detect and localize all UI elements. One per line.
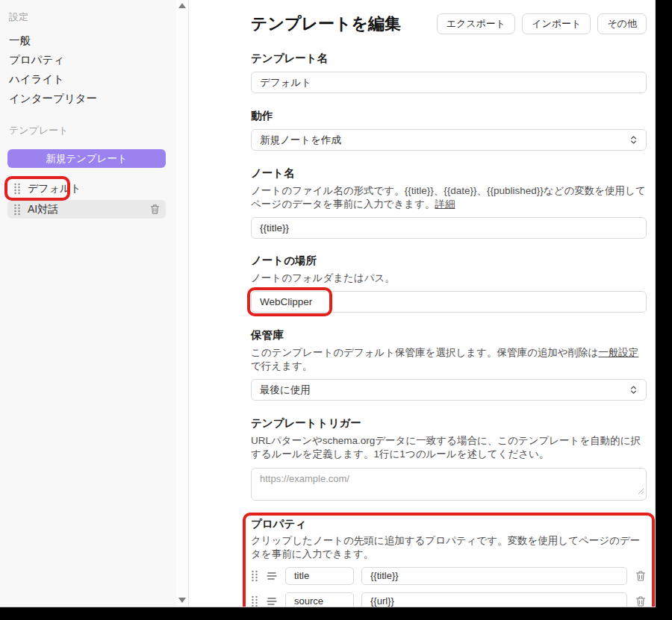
behavior-select[interactable]: 新規ノートを作成 bbox=[251, 129, 647, 151]
drag-handle-icon[interactable] bbox=[13, 204, 21, 216]
property-row-title bbox=[251, 567, 647, 585]
field-template-trigger: テンプレートトリガー URLパターンやschema.orgデータに一致する場合に… bbox=[251, 416, 647, 500]
sidebar-item-interpreter[interactable]: インタープリター bbox=[9, 94, 170, 104]
field-properties: プロパティ クリップしたノートの先頭に追加するプロパティです。変数を使用してペー… bbox=[251, 517, 647, 607]
trigger-textarea[interactable] bbox=[251, 468, 647, 501]
sidebar-scrollbar[interactable] bbox=[176, 0, 189, 607]
drag-handle-icon[interactable] bbox=[251, 595, 258, 607]
note-name-input[interactable] bbox=[251, 217, 647, 239]
template-item-default[interactable]: デフォルト bbox=[7, 179, 166, 198]
property-type-text-icon[interactable] bbox=[266, 570, 278, 582]
property-value-input[interactable] bbox=[361, 567, 627, 585]
app-window: 設定 一般 プロパティ ハイライト インタープリター テンプレート 新規テンプレ… bbox=[0, 0, 656, 607]
editor-header: テンプレートを編集 エクスポート インポート その他 bbox=[251, 13, 647, 35]
field-template-name: テンプレート名 bbox=[251, 51, 647, 93]
property-name-input[interactable] bbox=[285, 567, 354, 585]
page-title: テンプレートを編集 bbox=[251, 13, 401, 35]
scroll-up-icon[interactable] bbox=[178, 3, 186, 8]
more-button[interactable]: その他 bbox=[597, 13, 647, 34]
general-settings-link[interactable]: 一般設定 bbox=[598, 347, 638, 358]
property-value-input[interactable] bbox=[361, 592, 627, 607]
property-row-source bbox=[251, 592, 647, 607]
template-item-label: AI対話 bbox=[28, 203, 58, 216]
behavior-selected-value: 新規ノートを作成 bbox=[260, 134, 341, 147]
delete-property-icon[interactable] bbox=[635, 570, 647, 582]
behavior-label: 動作 bbox=[251, 109, 647, 123]
import-button[interactable]: インポート bbox=[522, 13, 591, 34]
field-note-name: ノート名 ノートのファイル名の形式です。{{title}}、{{date}}、{… bbox=[251, 166, 647, 239]
template-name-input[interactable] bbox=[251, 72, 647, 93]
vault-description: このテンプレートのデフォルト保管庫を選択します。保管庫の追加や削除は一般設定で行… bbox=[251, 346, 647, 373]
note-name-description: ノートのファイル名の形式です。{{title}}、{{date}}、{{publ… bbox=[251, 184, 647, 211]
drag-handle-icon[interactable] bbox=[13, 183, 21, 195]
field-behavior: 動作 新規ノートを作成 bbox=[251, 109, 647, 151]
template-item-ai-chat[interactable]: AI対話 bbox=[7, 200, 166, 219]
drag-handle-icon[interactable] bbox=[251, 570, 258, 582]
sidebar-item-highlight[interactable]: ハイライト bbox=[9, 75, 170, 84]
property-name-input[interactable] bbox=[285, 592, 354, 607]
sidebar-section-settings: 設定 bbox=[9, 10, 170, 24]
field-vault: 保管庫 このテンプレートのデフォルト保管庫を選択します。保管庫の追加や削除は一般… bbox=[251, 328, 647, 401]
details-link[interactable]: 詳細 bbox=[435, 198, 455, 210]
settings-sidebar: 設定 一般 プロパティ ハイライト インタープリター テンプレート 新規テンプレ… bbox=[0, 0, 176, 607]
vault-selected-value: 最後に使用 bbox=[260, 383, 311, 397]
new-template-button[interactable]: 新規テンプレート bbox=[7, 149, 166, 168]
template-item-label: デフォルト bbox=[28, 182, 81, 195]
trigger-description: URLパターンやschema.orgデータに一致する場合に、このテンプレートを自… bbox=[251, 434, 647, 461]
export-button[interactable]: エクスポート bbox=[437, 13, 516, 34]
note-location-input[interactable] bbox=[251, 291, 647, 313]
vault-description-before: このテンプレートのデフォルト保管庫を選択します。保管庫の追加や削除は bbox=[251, 347, 598, 358]
sidebar-section-templates: テンプレート bbox=[9, 124, 170, 137]
property-type-text-icon[interactable] bbox=[266, 595, 278, 607]
sidebar-item-general[interactable]: 一般 bbox=[9, 36, 170, 46]
properties-description: クリップしたノートの先頭に追加するプロパティです。変数を使用してページのデータを… bbox=[251, 534, 647, 561]
chevron-updown-icon bbox=[628, 134, 639, 145]
field-note-location: ノートの場所 ノートのフォルダまたはパス。 bbox=[251, 254, 647, 313]
note-location-description: ノートのフォルダまたはパス。 bbox=[251, 272, 647, 285]
note-location-label: ノートの場所 bbox=[251, 254, 647, 268]
vault-select[interactable]: 最後に使用 bbox=[251, 379, 647, 401]
header-buttons: エクスポート インポート その他 bbox=[437, 13, 647, 34]
vault-description-after: で行えます。 bbox=[251, 360, 312, 372]
delete-template-icon[interactable] bbox=[149, 204, 161, 215]
sidebar-item-properties[interactable]: プロパティ bbox=[9, 55, 170, 65]
vault-label: 保管庫 bbox=[251, 328, 647, 342]
scroll-down-icon[interactable] bbox=[178, 598, 186, 603]
template-name-label: テンプレート名 bbox=[251, 51, 647, 66]
note-name-label: ノート名 bbox=[251, 166, 647, 181]
template-editor-panel: テンプレートを編集 エクスポート インポート その他 テンプレート名 動作 新規… bbox=[189, 0, 655, 607]
chevron-updown-icon bbox=[628, 384, 639, 395]
properties-label: プロパティ bbox=[251, 517, 647, 531]
delete-property-icon[interactable] bbox=[635, 595, 647, 607]
trigger-label: テンプレートトリガー bbox=[251, 416, 647, 430]
